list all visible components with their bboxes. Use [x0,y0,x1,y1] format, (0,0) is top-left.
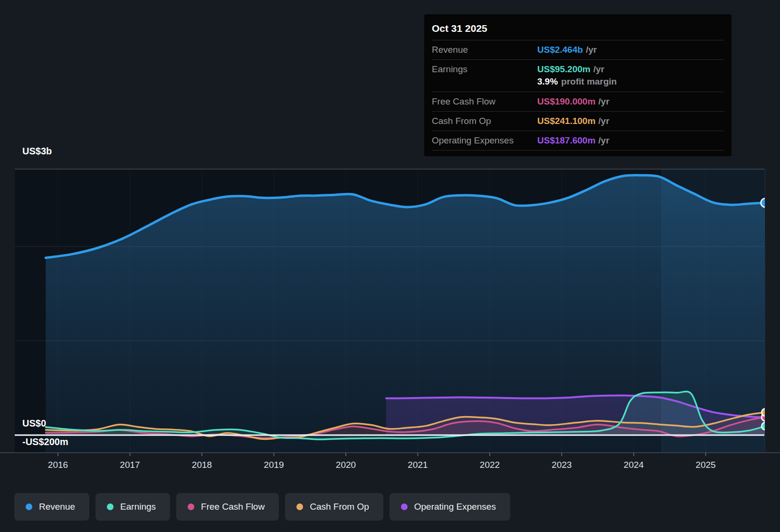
y-axis-label-3b: US$3b [22,146,52,157]
chart-legend: RevenueEarningsFree Cash FlowCash From O… [14,493,510,521]
earnings-value: US$95.200m [537,64,590,75]
tooltip-row-free-cash-flow: Free Cash Flow US$190.000m /yr [432,92,724,111]
legend-label: Revenue [39,502,75,512]
free-cash-flow-value: US$190.000m [537,96,596,107]
legend-label: Cash From Op [310,502,369,512]
x-axis-label-2023: 2023 [552,460,571,470]
legend-item-earnings[interactable]: Earnings [95,493,170,521]
x-axis-label-2021: 2021 [408,460,428,470]
profit-margin-pct: 3.9% [537,76,558,87]
page: US$3b US$0 -US$200m 20162017201820192020… [0,0,780,532]
x-axis-label-2017: 2017 [120,460,140,470]
tooltip-row-operating-expenses: Operating Expenses US$187.600m /yr [432,131,724,150]
legend-item-free-cash-flow[interactable]: Free Cash Flow [176,493,279,521]
y-axis-label-neg200m: -US$200m [22,437,68,447]
x-axis-label-2025: 2025 [695,460,715,470]
x-axis-label-2022: 2022 [480,460,500,470]
free-cash-flow-legend-dot [188,504,194,510]
y-axis-label-0: US$0 [22,418,46,429]
legend-item-cash-from-op[interactable]: Cash From Op [285,493,383,521]
cash-from-op-value: US$241.100m [537,116,596,126]
chart-tooltip: Oct 31 2025 Revenue US$2.464b /yr Earnin… [424,14,732,156]
tooltip-date: Oct 31 2025 [432,20,724,40]
tooltip-row-revenue: Revenue US$2.464b /yr [432,40,724,59]
tooltip-row-earnings: Earnings US$95.200m /yr [432,59,724,76]
tooltip-row-profit-margin: 3.9% profit margin [432,76,724,92]
x-axis-label-2018: 2018 [192,460,212,470]
legend-item-operating-expenses[interactable]: Operating Expenses [390,493,510,521]
revenue-legend-dot [26,504,32,510]
revenue-value: US$2.464b [537,45,583,55]
x-axis-label-2019: 2019 [264,460,284,470]
cash-from-op-legend-dot [296,504,303,510]
legend-label: Operating Expenses [414,502,496,512]
legend-label: Free Cash Flow [201,502,265,512]
legend-label: Earnings [120,502,156,512]
operating-expenses-legend-dot [401,504,408,510]
earnings-legend-dot [107,504,114,510]
operating-expenses-value: US$187.600m [537,135,596,146]
legend-item-revenue[interactable]: Revenue [14,493,89,521]
tooltip-row-cash-from-op: Cash From Op US$241.100m /yr [432,111,724,131]
x-axis-label-2020: 2020 [336,460,356,470]
x-axis-label-2024: 2024 [624,460,644,470]
x-axis-label-2016: 2016 [48,460,68,470]
